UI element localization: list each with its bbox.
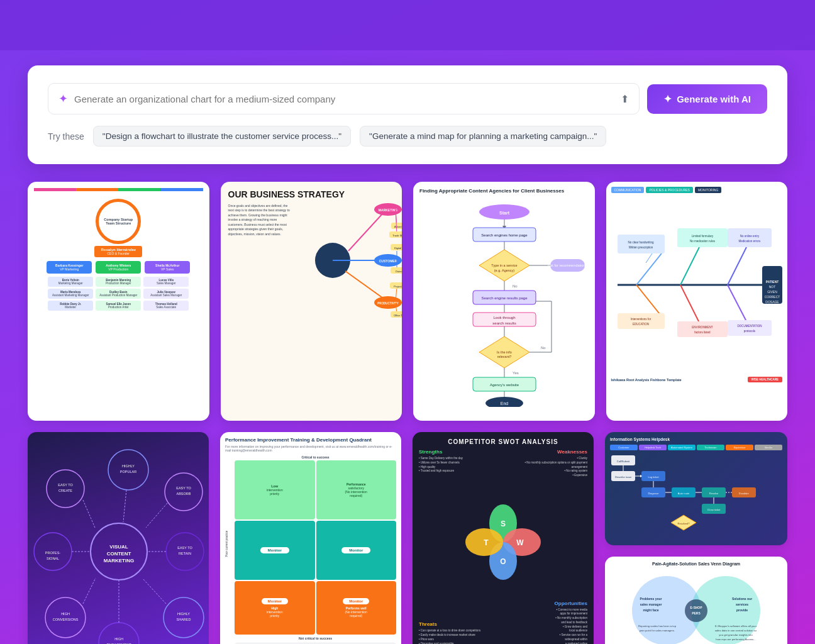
search-row: ✦ ⬆ ✦ Generate with AI	[48, 83, 767, 114]
svg-rect-89	[677, 321, 728, 337]
svg-text:E-SHOP: E-SHOP	[690, 606, 702, 609]
svg-text:Trade Show: Trade Show	[392, 234, 402, 237]
strength-label: Strengths	[419, 449, 497, 455]
svg-text:CONVERSIONS: CONVERSIONS	[53, 618, 79, 621]
app-wrapper: ✦ ⬆ ✦ Generate with AI Try these "Design…	[0, 0, 815, 644]
svg-text:PATIENT: PATIENT	[765, 280, 779, 284]
svg-text:might face: might face	[643, 608, 658, 612]
svg-text:HIGH: HIGH	[114, 637, 123, 641]
svg-text:Auto route: Auto route	[678, 492, 690, 495]
svg-line-19	[345, 271, 383, 298]
svg-rect-72	[618, 235, 665, 253]
svg-text:Is the info: Is the info	[497, 350, 512, 354]
svg-text:Written prescription: Written prescription	[628, 246, 653, 249]
svg-text:CREATE: CREATE	[58, 489, 72, 492]
svg-text:EASY TO: EASY TO	[177, 546, 192, 550]
svg-text:search results: search results	[492, 321, 516, 325]
top-header	[0, 0, 815, 50]
svg-text:Problems your: Problems your	[640, 597, 662, 601]
mgr3-title: Sales Manager	[146, 282, 186, 285]
svg-text:End: End	[501, 401, 509, 406]
svg-text:MARKETING: MARKETING	[379, 208, 397, 212]
svg-line-123	[83, 578, 96, 604]
svg-text:No medication rules: No medication rules	[690, 240, 716, 243]
svg-text:ENVIRONMENT: ENVIRONMENT	[692, 326, 713, 329]
mgr2-title: Production Manager	[98, 282, 138, 285]
svg-text:W: W	[516, 538, 524, 547]
svg-text:pain point for sales managers.: pain point for sales managers.	[640, 629, 675, 632]
sparkle-icon: ✦	[58, 92, 68, 106]
search-input-wrapper[interactable]: ✦ ⬆	[48, 83, 640, 114]
generate-button[interactable]: ✦ Generate with AI	[647, 84, 767, 114]
col-right: Information Systems Helpdesk Customer He…	[605, 432, 787, 644]
svg-text:EDUCATION: EDUCATION	[632, 323, 648, 326]
suggestions-row: Try these "Design a flowchart to illustr…	[48, 126, 767, 147]
ceo-title: CEO & Founder	[101, 252, 136, 255]
svg-text:CUSTOMER: CUSTOMER	[379, 259, 397, 263]
gallery-row-1: Company Startup Team Structure Rosalyn H…	[28, 182, 787, 421]
suggestion-chip-1[interactable]: "Design a flowchart to illustrate the cu…	[93, 126, 351, 147]
svg-rect-81	[728, 228, 772, 247]
svg-text:Reporting scales has been a to: Reporting scales has been a top	[638, 625, 677, 628]
svg-text:Search engines home page: Search engines home page	[481, 233, 528, 237]
search-input[interactable]	[74, 94, 614, 104]
gallery-row-2: VISUAL CONTENT MARKETING EASY TO CREATE …	[28, 432, 787, 644]
svg-text:CORRECT: CORRECT	[764, 295, 780, 299]
svg-line-92	[728, 285, 746, 321]
svg-rect-93	[728, 320, 772, 336]
svg-text:provide: provide	[736, 608, 748, 612]
org-company-name: Company Startup Team Structure	[99, 215, 138, 228]
helpdesk-title: Information Systems Helpdesk	[610, 437, 782, 441]
card-org-chart[interactable]: Company Startup Team Structure Rosalyn H…	[28, 182, 209, 421]
svg-text:HIGH: HIGH	[61, 612, 70, 616]
card-biz-strategy[interactable]: OUR BUSINESS STRATEGY Once goals and obj…	[221, 182, 402, 421]
card-venn[interactable]: Pain-Agitate-Solution Sales Venn Diagram…	[605, 557, 787, 644]
svg-line-80	[728, 247, 746, 285]
try-these-label: Try these	[48, 131, 84, 142]
svg-line-127	[143, 579, 166, 604]
svg-line-88	[680, 285, 699, 323]
svg-text:Resolve: Resolve	[709, 492, 719, 495]
svg-text:No online entry: No online entry	[740, 235, 759, 238]
svg-text:SIONAL: SIONAL	[47, 557, 59, 560]
svg-text:POPULAR: POPULAR	[120, 470, 136, 474]
svg-text:Ask for recommendations: Ask for recommendations	[548, 264, 587, 267]
svg-text:Resolved?: Resolved?	[678, 522, 690, 525]
svg-text:DOSAGE: DOSAGE	[765, 300, 779, 304]
opportunities-label: Opportunities	[509, 601, 587, 606]
svg-text:S: S	[501, 519, 506, 528]
svg-text:NOT: NOT	[768, 285, 775, 289]
svg-text:Search engine results page: Search engine results page	[481, 296, 528, 300]
svg-text:DOCUMENTATION: DOCUMENTATION	[737, 325, 762, 328]
svg-text:how reps are performing Access: how reps are performing Access...	[716, 638, 755, 641]
suggestion-chip-2[interactable]: "Generate a mind map for planning a mark…	[360, 126, 606, 147]
card-flowchart[interactable]: Finding Appropriate Content Agencies for…	[413, 182, 595, 421]
svg-text:Outreach: Outreach	[396, 270, 402, 273]
card-mindmap-circles[interactable]: VISUAL CONTENT MARKETING EASY TO CREATE …	[28, 432, 209, 644]
svg-rect-85	[618, 313, 665, 329]
svg-line-76	[680, 247, 699, 285]
weakness-label: Weaknesses	[509, 449, 587, 455]
svg-text:MARKETING: MARKETING	[104, 558, 134, 564]
svg-text:Medication errors: Medication errors	[738, 240, 761, 243]
swot-title: COMPETITOR SWOT ANALYSIS	[419, 438, 587, 445]
threats-label: Threats	[419, 621, 497, 627]
svg-text:Yes: Yes	[513, 371, 519, 375]
svg-text:T: T	[484, 538, 489, 547]
upload-icon[interactable]: ⬆	[621, 93, 629, 105]
card-performance[interactable]: Performance Improvement Training & Devel…	[220, 432, 401, 644]
card-helpdesk[interactable]: Information Systems Helpdesk Customer He…	[605, 432, 787, 545]
svg-text:Agency's website: Agency's website	[490, 383, 519, 387]
perf-title: Performance Improvement Training & Devel…	[225, 437, 396, 443]
svg-text:No: No	[513, 284, 518, 288]
svg-text:HIGHLY: HIGHLY	[177, 612, 190, 616]
mgr1-title: Marketing Manager	[50, 282, 91, 285]
svg-line-103	[83, 500, 95, 528]
svg-text:CONTENT: CONTENT	[107, 551, 131, 557]
svg-text:PROFES-: PROFES-	[45, 551, 61, 555]
svg-text:No clear handwriting: No clear handwriting	[628, 241, 654, 244]
card-fishbone[interactable]: COMMUNICATION POLICIES & PROCEDURES MONI…	[606, 182, 788, 421]
svg-text:Look through: Look through	[493, 316, 515, 319]
card-swot[interactable]: COMPETITOR SWOT ANALYSIS Strengths • Sam…	[413, 432, 594, 644]
svg-text:SHARED: SHARED	[177, 618, 191, 621]
